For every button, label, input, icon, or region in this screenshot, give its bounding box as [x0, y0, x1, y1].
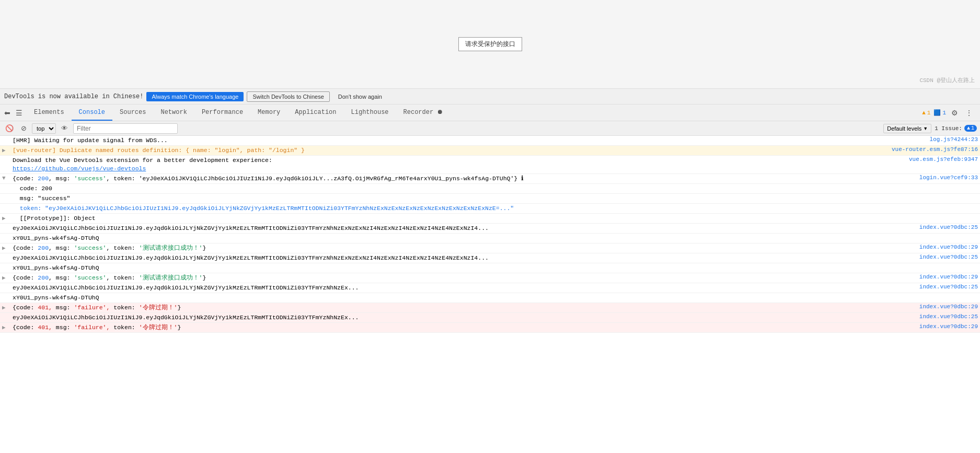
line-source-link[interactable]: index.vue?0dbc:29: [915, 244, 978, 250]
line-content-text: code: 200: [13, 184, 978, 193]
line-source-link[interactable]: index.vue?0dbc:25: [915, 224, 978, 230]
line-content-text: eyJ0eXAiOiJKV1QiLCJhbGciOiJIUzI1NiJ9.eyJ…: [13, 224, 915, 233]
more-options-icon[interactable]: ⋮: [963, 107, 975, 119]
line-expand-icon: [2, 204, 13, 205]
line-source-link[interactable]: log.js?4244:23: [926, 136, 978, 143]
line-content-text: {code: 200, msg: 'success', token: '测试请求…: [13, 274, 915, 282]
line-content-text: {code: 401, msg: 'failure', token: '令牌过期…: [13, 304, 915, 312]
tab-performance[interactable]: Performance: [194, 104, 250, 121]
line-source-link[interactable]: login.vue?cef9:33: [915, 175, 978, 181]
console-toolbar: 🚫 ⊘ top 👁 Default levels ▼ 1 Issue: ▲ 1: [0, 121, 980, 136]
tab-application[interactable]: Application: [287, 104, 343, 121]
line-expand-icon[interactable]: ▶: [2, 214, 13, 222]
switch-to-chinese-button[interactable]: Switch DevTools to Chinese: [247, 91, 329, 102]
line-source-link[interactable]: index.vue?0dbc:29: [915, 323, 978, 330]
line-content-text: token: "eyJ0eXAiOiJKV1QiLCJhbGciOiJIUzI1…: [13, 204, 978, 213]
line-source-link[interactable]: index.vue?0dbc:25: [915, 284, 978, 290]
line-content-text: {code: 200, msg: 'success', token: '测试请求…: [13, 244, 915, 252]
info-count: 1: [942, 110, 946, 116]
line-source-link[interactable]: index.vue?0dbc:29: [915, 304, 978, 310]
devtools-link[interactable]: https://github.com/vuejs/vue-devtools: [13, 165, 146, 172]
stop-recording-button[interactable]: ⊘: [19, 123, 29, 133]
tab-sources[interactable]: Sources: [112, 104, 153, 121]
console-line: ▼{code: 200, msg: 'success', token: 'eyJ…: [0, 174, 980, 184]
filter-input[interactable]: [73, 123, 178, 134]
issue-count-badge[interactable]: ▲ 1: [964, 125, 977, 132]
line-source-link[interactable]: index.vue?0dbc:29: [915, 274, 978, 280]
browser-page: 请求受保护的接口 CSDN @登山人在路上: [0, 0, 980, 89]
page-watermark: CSDN @登山人在路上: [919, 76, 975, 84]
console-line: eyJ0eXAiOiJKV1QiLCJhbGciOiJIUzI1NiJ9.eyJ…: [0, 224, 980, 234]
warn-badge-icon: ▲: [967, 125, 970, 131]
line-source-link[interactable]: vue-router.esm.js?fe87:16: [887, 146, 978, 153]
back-icon[interactable]: ⬅: [2, 107, 13, 119]
line-content-text: {code: 200, msg: 'success', token: 'eyJ0…: [13, 175, 915, 183]
line-expand-icon: [2, 224, 13, 225]
tab-console[interactable]: Console: [72, 104, 112, 121]
line-expand-icon[interactable]: ▶: [2, 304, 13, 311]
console-line: ▶{code: 401, msg: 'failure', token: '令牌过…: [0, 303, 980, 313]
inspect-icon[interactable]: ☰: [14, 107, 25, 119]
line-content-text: [HMR] Waiting for update signal from WDS…: [13, 136, 926, 145]
tabs-list: Elements Console Sources Network Perform…: [27, 104, 451, 121]
dont-show-again-button[interactable]: Don't show again: [333, 92, 387, 101]
warning-badge[interactable]: ▲ 1: [922, 110, 930, 116]
line-content-text: Download the Vue Devtools extension for …: [13, 156, 905, 173]
line-content-text: msg: "success": [13, 194, 978, 203]
line-expand-icon[interactable]: ▶: [2, 323, 13, 331]
match-language-button[interactable]: Always match Chrome's language: [146, 92, 244, 101]
console-line: ▶{code: 401, msg: 'failure', token: '令牌过…: [0, 323, 980, 333]
default-levels-button[interactable]: Default levels ▼: [883, 124, 931, 133]
tab-lighthouse[interactable]: Lighthouse: [344, 104, 396, 121]
line-expand-icon[interactable]: ▶: [2, 244, 13, 251]
tab-memory[interactable]: Memory: [250, 104, 287, 121]
line-content-text: [[Prototype]]: Object: [13, 214, 978, 223]
line-expand-icon: [2, 313, 13, 314]
line-source-link[interactable]: index.vue?0dbc:25: [915, 254, 978, 260]
eye-icon[interactable]: 👁: [59, 123, 70, 133]
console-line: ▶ [[Prototype]]: Object: [0, 214, 980, 224]
line-expand-icon: [2, 156, 13, 157]
context-selector[interactable]: top: [32, 123, 56, 134]
issue-count: 1: [971, 125, 974, 131]
console-line: code: 200: [0, 184, 980, 194]
console-line: xY0U1_pyns-wk4fsAg-DTUhQ: [0, 293, 980, 303]
clear-console-button[interactable]: 🚫: [3, 123, 16, 133]
line-expand-icon: [2, 136, 13, 137]
info-badge[interactable]: 🟦 1: [933, 109, 946, 116]
tab-elements[interactable]: Elements: [27, 104, 72, 121]
console-line: token: "eyJ0eXAiOiJKV1QiLCJhbGciOiJIUzI1…: [0, 204, 980, 214]
notification-message: DevTools is now available in Chinese!: [4, 93, 143, 100]
console-line: eyJ0eXAiOiJKV1QiLCJhbGciOiJIUzI1NiJ9.eyJ…: [0, 253, 980, 263]
line-content-text: xY0U1_pyns-wk4fsAg-DTUhQ: [13, 294, 978, 302]
line-expand-icon: [2, 234, 13, 235]
line-expand-icon: [2, 194, 13, 195]
console-line: ▶{code: 200, msg: 'success', token: '测试请…: [0, 243, 980, 253]
console-line: xY0U1_pyns-wk4fsAg-DTUhQ: [0, 263, 980, 273]
line-content-text: eyJ0eXAiOiJKV1QiLCJhbGciOiJIUzI1NiJ9.eyJ…: [13, 313, 915, 322]
console-line: ▶[vue-router] Duplicate named routes def…: [0, 146, 980, 156]
tab-recorder[interactable]: Recorder ⏺: [396, 104, 451, 121]
line-expand-icon[interactable]: ▶: [2, 146, 13, 154]
tab-right-controls: ▲ 1 🟦 1 ⚙ ⋮: [922, 104, 978, 121]
line-expand-icon[interactable]: ▶: [2, 274, 13, 281]
line-content-text: xY0U1_pyns-wk4fsAg-DTUhQ: [13, 234, 978, 242]
line-expand-icon: [2, 254, 13, 254]
line-source-link[interactable]: vue.esm.js?efeb:9347: [905, 156, 978, 162]
tab-network[interactable]: Network: [153, 104, 194, 121]
page-main-button[interactable]: 请求受保护的接口: [458, 37, 522, 51]
console-line: eyJ0eXAiOiJKV1QiLCJhbGciOiJIUzI1NiJ9.eyJ…: [0, 313, 980, 323]
line-content-text: {code: 401, msg: 'failure', token: '令牌过期…: [13, 323, 915, 332]
line-content-text: eyJ0eXAiOiJKV1QiLCJhbGciOiJIUzI1NiJ9.eyJ…: [13, 254, 915, 262]
console-line: Download the Vue Devtools extension for …: [0, 156, 980, 174]
console-line: eyJ0eXAiOiJKV1QiLCJhbGciOiJIUzI1NiJ9.eyJ…: [0, 283, 980, 293]
settings-gear-icon[interactable]: ⚙: [949, 107, 960, 119]
console-line: xY0U1_pyns-wk4fsAg-DTUhQ: [0, 234, 980, 243]
line-expand-icon: [2, 264, 13, 264]
line-expand-icon[interactable]: ▼: [2, 175, 13, 181]
console-output[interactable]: [HMR] Waiting for update signal from WDS…: [0, 136, 980, 453]
issue-label: 1 Issue:: [935, 125, 962, 132]
line-source-link[interactable]: index.vue?0dbc:25: [915, 313, 978, 320]
default-levels-label: Default levels: [887, 125, 921, 132]
line-content-text: [vue-router] Duplicate named routes defi…: [13, 146, 887, 155]
